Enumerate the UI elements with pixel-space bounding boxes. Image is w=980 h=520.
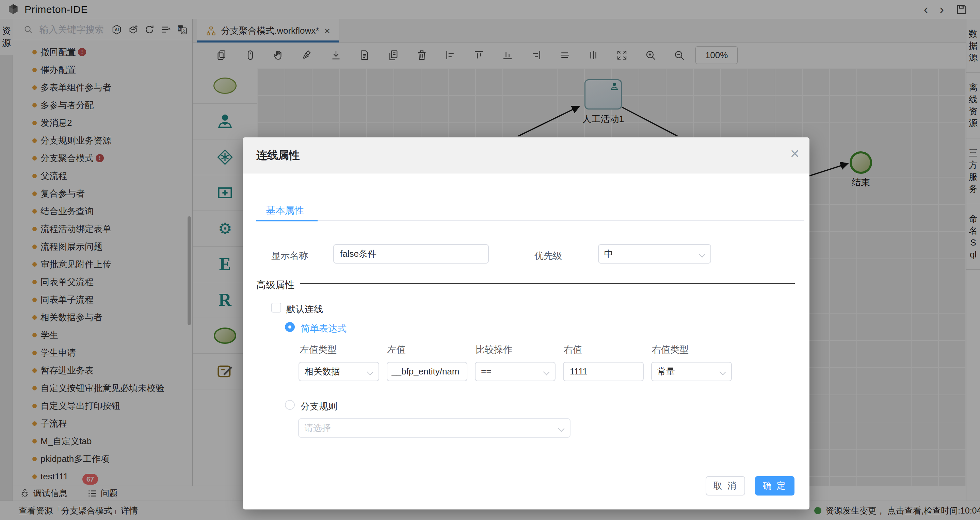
branch-rule-label: 分支规则 — [301, 400, 337, 412]
chevron-down-icon — [699, 251, 705, 258]
operator-select[interactable]: == — [475, 362, 555, 381]
chevron-down-icon — [543, 369, 550, 376]
right-type-value: 常量 — [657, 366, 675, 377]
branch-rule-placeholder: 请选择 — [304, 422, 331, 434]
tab-basic-properties[interactable]: 基本属性 — [256, 204, 313, 217]
tab-divider — [256, 220, 804, 221]
operator-label: 比较操作 — [476, 344, 512, 356]
tab-active-indicator — [256, 220, 318, 221]
cancel-button[interactable]: 取 消 — [706, 476, 745, 496]
branch-rule-radio[interactable] — [285, 400, 295, 410]
chevron-down-icon — [720, 369, 726, 376]
left-type-label: 左值类型 — [300, 344, 337, 356]
display-name-label: 显示名称 — [271, 250, 308, 262]
primeton-ide-window: Primeton-IDE ‹ › 资源 输入关键字搜索 AI — [0, 0, 980, 520]
default-line-checkbox[interactable] — [271, 303, 281, 312]
default-line-label: 默认连线 — [286, 303, 323, 315]
operator-value: == — [481, 366, 491, 377]
right-value-field[interactable] — [563, 362, 644, 381]
display-name-field[interactable] — [333, 244, 489, 263]
right-type-select[interactable]: 常量 — [651, 362, 732, 381]
branch-rule-select[interactable]: 请选择 — [298, 418, 571, 438]
connection-properties-dialog: 连线属性 × 基本属性 显示名称 优先级 中 高级属性 默认连线 简单表达式 左… — [243, 137, 810, 509]
confirm-button[interactable]: 确 定 — [755, 476, 794, 496]
priority-label: 优先级 — [535, 250, 562, 262]
right-value-label: 右值 — [564, 344, 582, 356]
left-value-label: 左值 — [387, 344, 406, 356]
chevron-down-icon — [367, 369, 374, 376]
advanced-section-label: 高级属性 — [256, 279, 294, 292]
simple-expression-label: 简单表达式 — [301, 322, 347, 335]
dialog-header: 连线属性 × — [243, 137, 810, 173]
dialog-title: 连线属性 — [256, 148, 300, 163]
priority-select[interactable]: 中 — [598, 244, 711, 263]
priority-value: 中 — [604, 248, 613, 260]
advanced-section-divider — [300, 283, 795, 284]
left-type-select[interactable]: 相关数据 — [299, 362, 379, 381]
simple-expression-radio[interactable] — [285, 322, 295, 332]
left-type-value: 相关数据 — [305, 366, 340, 377]
right-type-label: 右值类型 — [652, 344, 689, 356]
chevron-down-icon — [558, 425, 565, 432]
close-icon[interactable]: × — [790, 146, 799, 161]
left-value-field[interactable] — [387, 362, 467, 381]
